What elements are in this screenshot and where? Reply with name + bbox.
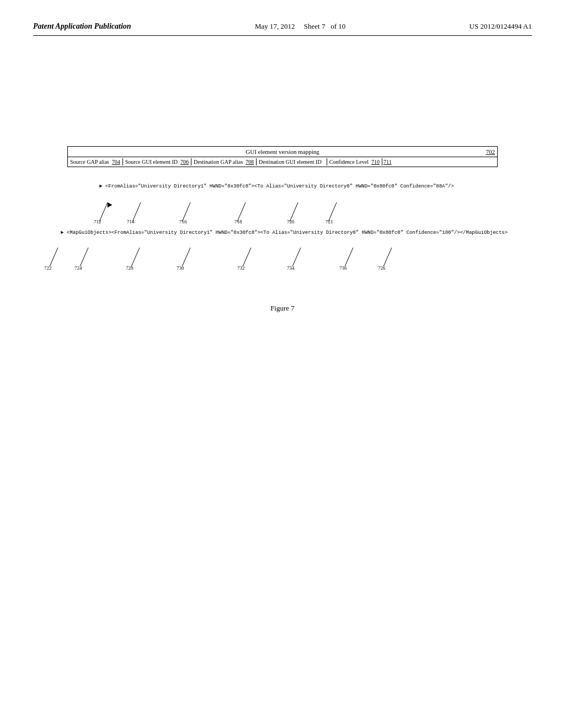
row1-xml: ► <FromAlias="University Directory1" HWN… <box>99 184 508 189</box>
header-left: Patent Application Publication <box>33 22 131 31</box>
page-header: Patent Application Publication May 17, 2… <box>33 22 532 36</box>
svg-line-28 <box>383 248 392 266</box>
svg-text:730: 730 <box>177 265 184 271</box>
header-of: of 10 <box>331 22 345 30</box>
col-dest-gap: Destination GAP alias 708 <box>191 158 257 165</box>
row1-arrows-svg: 712 714 716 718 720 721 <box>66 191 452 224</box>
svg-line-22 <box>80 248 88 266</box>
svg-line-24 <box>182 248 190 266</box>
header-center: May 17, 2012 Sheet 7 of 10 <box>255 22 345 31</box>
svg-line-25 <box>243 248 251 266</box>
row2-container: ► <MapGuiObjects><FromAlias="University … <box>44 230 513 271</box>
col-source-gap: Source GAP alias 704 <box>68 158 123 165</box>
header-sheet: Sheet 7 <box>304 22 326 30</box>
svg-text:734: 734 <box>287 265 295 271</box>
table-ref: 702 <box>486 148 495 155</box>
svg-line-27 <box>345 248 353 266</box>
row2-xml: ► <MapGuiObjects><FromAlias="University … <box>61 230 513 235</box>
svg-text:718: 718 <box>234 219 242 224</box>
page-container: Patent Application Publication May 17, 2… <box>0 0 565 728</box>
svg-text:722: 722 <box>44 265 52 271</box>
col-source-gui: Source GUI element ID 706 <box>123 158 191 165</box>
svg-text:720: 720 <box>287 219 295 224</box>
table-title: GUI element version mapping 702 <box>68 147 497 157</box>
svg-text:732: 732 <box>237 265 245 271</box>
svg-text:712: 712 <box>94 219 102 224</box>
svg-text:728: 728 <box>126 265 134 271</box>
header-right: US 2012/0124494 A1 <box>470 22 532 31</box>
svg-text:716: 716 <box>179 219 187 224</box>
svg-text:714: 714 <box>127 219 135 224</box>
svg-line-21 <box>50 248 58 266</box>
svg-text:721: 721 <box>326 219 333 224</box>
table-columns: Source GAP alias 704 Source GUI element … <box>68 157 497 167</box>
col-last-ref: 711 <box>382 158 393 165</box>
svg-line-23 <box>131 248 140 266</box>
col-dest-gui: Destination GUI element ID <box>257 158 327 165</box>
svg-marker-1 <box>105 201 113 208</box>
figure-caption: Figure 7 <box>33 304 532 313</box>
header-date: May 17, 2012 <box>255 22 295 30</box>
diagram-area: GUI element version mapping 702 Source G… <box>33 146 532 271</box>
gui-element-table: GUI element version mapping 702 Source G… <box>67 146 498 167</box>
row2-arrows-svg: 722 724 728 730 732 734 736 726 <box>44 238 458 271</box>
col-confidence: Confidence Level 710 <box>327 158 382 165</box>
svg-text:736: 736 <box>339 265 347 271</box>
svg-text:726: 726 <box>378 265 386 271</box>
row1-container: ► <FromAlias="University Directory1" HWN… <box>66 184 508 224</box>
svg-text:724: 724 <box>74 265 82 271</box>
svg-line-26 <box>292 248 301 266</box>
